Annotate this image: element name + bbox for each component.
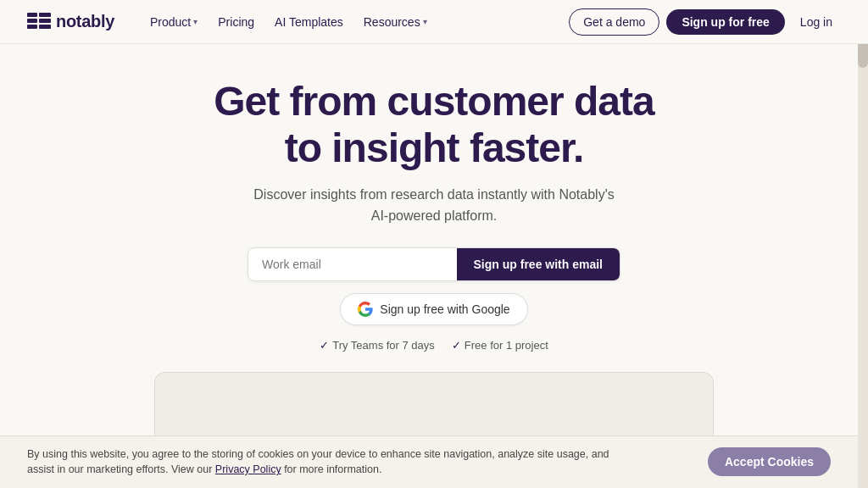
google-icon bbox=[358, 302, 373, 317]
svg-rect-3 bbox=[39, 19, 51, 23]
cookie-text: By using this website, you agree to the … bbox=[27, 446, 620, 479]
hero-section: Get from customer data to insight faster… bbox=[0, 44, 868, 488]
check-icon: ✓ bbox=[452, 339, 461, 352]
nav-ai-templates[interactable]: AI Templates bbox=[266, 10, 352, 34]
nav-product[interactable]: Product ▾ bbox=[142, 10, 206, 34]
svg-rect-0 bbox=[27, 13, 37, 17]
nav-pricing[interactable]: Pricing bbox=[209, 10, 263, 34]
benefit-free: ✓ Free for 1 project bbox=[452, 339, 548, 352]
work-email-input[interactable] bbox=[248, 248, 457, 280]
email-signup-row: Sign up free with email bbox=[248, 247, 620, 281]
logo-icon bbox=[27, 13, 51, 31]
logo-link[interactable]: notably bbox=[27, 12, 114, 31]
login-button[interactable]: Log in bbox=[792, 9, 841, 35]
nav-actions: Get a demo Sign up for free Log in bbox=[569, 8, 841, 36]
svg-rect-2 bbox=[27, 19, 37, 23]
signup-email-button[interactable]: Sign up free with email bbox=[457, 248, 620, 280]
svg-rect-4 bbox=[27, 25, 37, 29]
nav-links: Product ▾ Pricing AI Templates Resources… bbox=[142, 10, 569, 34]
svg-rect-1 bbox=[39, 13, 51, 17]
signup-google-button[interactable]: Sign up free with Google bbox=[340, 293, 527, 325]
check-icon: ✓ bbox=[320, 339, 329, 352]
accept-cookies-button[interactable]: Accept Cookies bbox=[708, 447, 831, 476]
chevron-down-icon: ▾ bbox=[423, 17, 427, 26]
scrollbar[interactable] bbox=[858, 0, 868, 488]
get-demo-button[interactable]: Get a demo bbox=[569, 8, 659, 36]
privacy-policy-link[interactable]: Privacy Policy bbox=[215, 463, 281, 475]
chevron-down-icon: ▾ bbox=[193, 17, 198, 26]
logo-text: notably bbox=[56, 12, 114, 31]
cookie-banner: By using this website, you agree to the … bbox=[0, 435, 858, 489]
svg-rect-5 bbox=[39, 25, 51, 29]
nav-resources[interactable]: Resources ▾ bbox=[355, 10, 436, 34]
navbar: notably Product ▾ Pricing AI Templates R… bbox=[0, 0, 868, 44]
hero-title: Get from customer data to insight faster… bbox=[197, 78, 671, 171]
hero-subtitle: Discover insights from research data ins… bbox=[248, 185, 620, 227]
signup-free-nav-button[interactable]: Sign up for free bbox=[666, 9, 784, 35]
benefits-row: ✓ Try Teams for 7 days ✓ Free for 1 proj… bbox=[320, 339, 548, 352]
benefit-teams: ✓ Try Teams for 7 days bbox=[320, 339, 435, 352]
